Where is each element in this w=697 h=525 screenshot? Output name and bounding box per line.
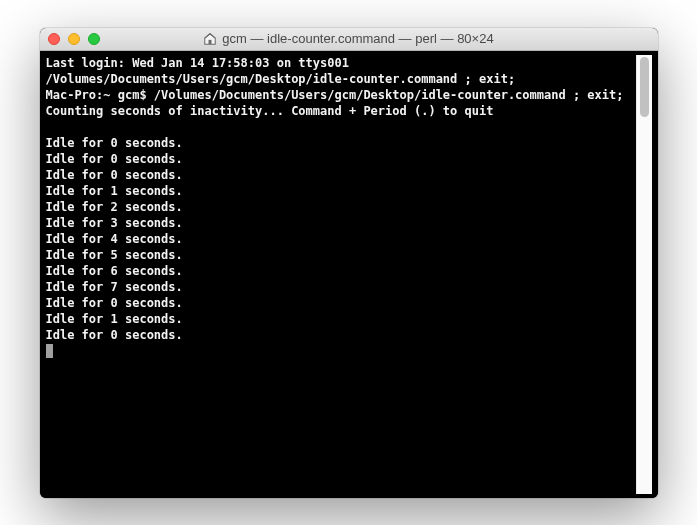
terminal-line: Idle for 0 seconds. — [46, 151, 636, 167]
window-title-wrap: gcm — idle-counter.command — perl — 80×2… — [40, 31, 658, 46]
terminal-line: Mac-Pro:~ gcm$ /Volumes/Documents/Users/… — [46, 87, 636, 103]
maximize-button[interactable] — [88, 33, 100, 45]
terminal-line: Idle for 1 seconds. — [46, 311, 636, 327]
traffic-lights — [40, 33, 100, 45]
terminal-window: gcm — idle-counter.command — perl — 80×2… — [40, 28, 658, 498]
terminal-line: Idle for 5 seconds. — [46, 247, 636, 263]
terminal-line: Idle for 7 seconds. — [46, 279, 636, 295]
scrollbar[interactable] — [636, 55, 652, 494]
home-icon — [203, 32, 217, 46]
terminal-line: Counting seconds of inactivity... Comman… — [46, 103, 636, 119]
terminal-line: Idle for 0 seconds. — [46, 167, 636, 183]
terminal-body[interactable]: Last login: Wed Jan 14 17:58:03 on ttys0… — [40, 51, 658, 498]
terminal-line: Idle for 0 seconds. — [46, 295, 636, 311]
terminal-cursor-line — [46, 343, 636, 359]
terminal-line: Idle for 2 seconds. — [46, 199, 636, 215]
terminal-line: Idle for 6 seconds. — [46, 263, 636, 279]
terminal-line: Idle for 1 seconds. — [46, 183, 636, 199]
terminal-line: Idle for 0 seconds. — [46, 135, 636, 151]
svg-rect-0 — [209, 39, 212, 43]
terminal-line: Idle for 0 seconds. — [46, 327, 636, 343]
close-button[interactable] — [48, 33, 60, 45]
terminal-line — [46, 119, 636, 135]
terminal-output[interactable]: Last login: Wed Jan 14 17:58:03 on ttys0… — [46, 55, 636, 494]
window-title: gcm — idle-counter.command — perl — 80×2… — [222, 31, 493, 46]
minimize-button[interactable] — [68, 33, 80, 45]
terminal-line: Last login: Wed Jan 14 17:58:03 on ttys0… — [46, 55, 636, 71]
window-titlebar[interactable]: gcm — idle-counter.command — perl — 80×2… — [40, 28, 658, 51]
terminal-line: /Volumes/Documents/Users/gcm/Desktop/idl… — [46, 71, 636, 87]
scrollbar-thumb[interactable] — [640, 57, 649, 117]
terminal-line: Idle for 4 seconds. — [46, 231, 636, 247]
cursor — [46, 344, 53, 358]
terminal-line: Idle for 3 seconds. — [46, 215, 636, 231]
